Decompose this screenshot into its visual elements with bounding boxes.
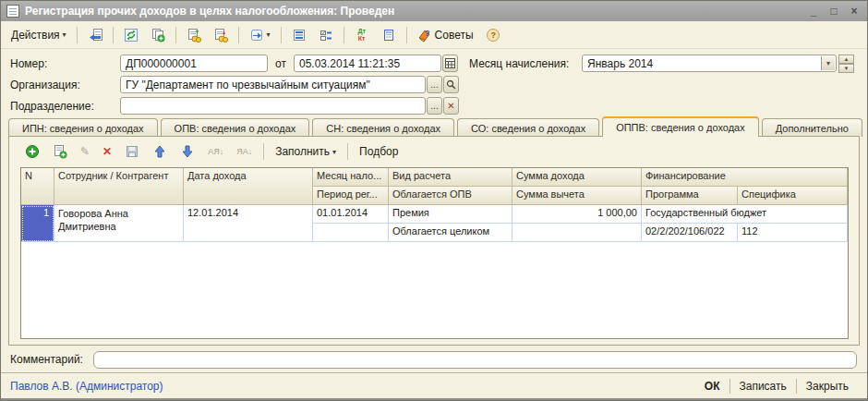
tips-button[interactable]: ? Советы [413,25,478,45]
column-header-income-date[interactable]: Дата дохода [184,168,313,205]
employee-cell[interactable]: Говорова Анна Дмитриевна [54,205,184,242]
tab-panel-oppv: ✎ ✕ АЯ↓ [8,136,860,346]
close-form-button[interactable]: Закрыть [797,380,858,393]
debit-credit-button[interactable]: Дт Кт [350,25,374,45]
month-dropdown-button[interactable]: ▾ [821,56,835,70]
tab-oppv[interactable]: ОППВ: сведения о доходах [602,116,759,137]
comment-field[interactable] [93,351,857,369]
accrual-month-label: Месяц начисления: [469,57,582,70]
income-date-cell[interactable]: 12.01.2014 [184,205,313,242]
actions-menu-button[interactable]: Действия ▾ [6,26,71,44]
save-button[interactable]: Записать [730,380,796,393]
edit-row-button[interactable]: ✎ [76,141,94,162]
sort-ascending-button[interactable]: АЯ↓ [203,144,228,159]
toolbar-separator [347,143,348,160]
pick-button[interactable]: Подбор [355,142,403,161]
column-header-tax-month[interactable]: Месяц нало... [313,168,389,187]
income-sum-cell[interactable]: 1 000,00 [512,205,642,224]
department-field[interactable] [120,97,426,115]
copy-document-button[interactable] [146,25,170,45]
unpost-button[interactable] [209,25,233,45]
document-journal-button[interactable] [377,25,401,45]
reg-period-cell[interactable] [313,224,389,242]
current-user-label: Павлов А.В. (Администратор) [10,380,695,393]
copy-row-button[interactable] [48,141,72,162]
tab-so[interactable]: СО: сведения о доходах [457,118,599,137]
spin-up-icon[interactable]: ▲ [838,55,854,64]
month-spinner[interactable]: ▲ ▼ [838,55,854,72]
department-select-button[interactable]: ... [427,97,442,115]
magnifier-icon [446,79,456,90]
column-header-income-sum[interactable]: Сумма дохода [512,168,642,187]
add-row-button[interactable] [20,141,44,162]
goto-button[interactable]: ▾ [245,25,275,45]
specifics-cell[interactable]: 112 [738,224,848,242]
column-header-financing[interactable]: Финансирование [642,168,848,187]
fill-menu-button[interactable]: Заполнить ▾ [271,142,341,161]
column-header-specifics[interactable]: Специфика [738,187,848,205]
column-header-calc-type[interactable]: Вид расчета [389,168,512,187]
table-toolbar: ✎ ✕ АЯ↓ [20,141,403,162]
column-header-deduction-sum[interactable]: Сумма вычета [512,187,642,205]
close-button[interactable]: × [847,4,862,18]
ok-button[interactable]: ОК [695,380,729,393]
help-button[interactable]: ? [481,25,505,45]
toolbar-separator [263,143,264,160]
column-header-opv-taxable[interactable]: Облагается ОПВ [389,187,512,205]
toolbar-separator [238,27,239,43]
move-row-up-button[interactable] [148,141,172,162]
column-header-reg-period[interactable]: Период рег... [313,187,389,205]
document-structure-button[interactable] [287,25,311,45]
document-icon [6,5,19,18]
row-number-cell[interactable]: 1 [21,205,54,242]
financing-cell[interactable]: Государственный бюджет [642,205,848,224]
list-settings-button[interactable] [314,25,338,45]
post-with-coins-icon [187,28,201,43]
department-label: Подразделение: [10,100,120,113]
calendar-button[interactable] [442,55,458,72]
tab-ipn[interactable]: ИПН: сведения о доходах [8,118,158,137]
save-row-icon [125,144,139,159]
income-table[interactable]: N Сотрудник / Контрагент Дата дохода Мес… [20,167,849,339]
table-empty-area[interactable] [21,242,848,338]
toolbar-separator [281,27,282,43]
number-field[interactable]: ДП000000001 [120,55,268,72]
organization-field[interactable]: ГУ "Департамент по чрезвычайным ситуация… [120,76,426,93]
program-cell[interactable]: 02/2/202/106/022 [642,224,738,242]
tax-month-cell[interactable]: 01.01.2014 [313,205,389,224]
maximize-button[interactable]: □ [826,4,841,18]
credit-label: Кт [355,35,369,43]
chevron-down-icon: ▾ [332,148,336,156]
chevron-down-icon: ▾ [63,30,66,39]
delete-row-button[interactable]: ✕ [98,141,116,162]
move-row-down-button[interactable] [175,141,199,162]
date-from-label: от [268,57,294,70]
end-edit-button[interactable] [120,141,144,162]
post-button[interactable] [182,25,206,45]
actions-menu-label: Действия [11,29,60,42]
post-document-button[interactable] [83,25,107,45]
calc-type-cell[interactable]: Премия [389,205,512,224]
refresh-button[interactable] [119,25,143,45]
tab-additional[interactable]: Дополнительно [762,118,862,137]
accrual-month-field[interactable]: Январь 2014 ▾ [582,55,837,72]
date-field[interactable]: 05.03.2014 11:21:35 [294,55,441,72]
sort-descending-button[interactable]: ЯА↓ [232,144,257,159]
organization-search-button[interactable] [443,76,459,93]
tab-sn[interactable]: СН: сведения о доходах [312,118,454,137]
department-clear-button[interactable]: ✕ [443,97,459,115]
opv-taxable-cell[interactable]: Облагается целиком [389,224,512,242]
number-label: Номер: [10,57,120,70]
column-header-n[interactable]: N [21,168,54,205]
column-header-program[interactable]: Программа [642,187,738,205]
minimize-button[interactable]: _ [806,4,821,18]
toolbar-separator [344,27,344,43]
deduction-sum-cell[interactable] [512,224,642,242]
column-header-employee[interactable]: Сотрудник / Контрагент [54,168,184,205]
svg-text:?: ? [425,29,430,38]
copy-row-icon [53,144,67,159]
spin-down-icon[interactable]: ▼ [838,64,854,73]
tab-opv[interactable]: ОПВ: сведения о доходах [161,118,310,137]
organization-select-button[interactable]: ... [427,76,442,93]
tips-book-icon: ? [417,28,432,43]
